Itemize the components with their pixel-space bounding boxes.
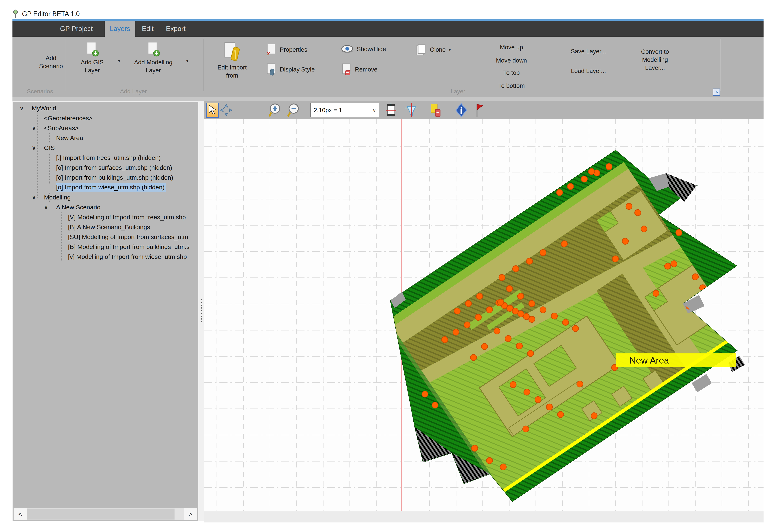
tab-gp-project[interactable]: GP Project [53, 21, 100, 37]
zoom-out-button[interactable] [287, 103, 300, 118]
zoom-in-button[interactable] [268, 103, 281, 118]
info-diamond-icon [455, 103, 468, 117]
tab-edit[interactable]: Edit [139, 21, 157, 37]
show-hide-button[interactable]: Show/Hide [341, 44, 386, 55]
select-tool-button[interactable] [206, 103, 219, 118]
tree-dot [540, 307, 546, 313]
tree-dot [540, 249, 546, 256]
to-top-button[interactable]: To top [503, 69, 520, 76]
tree-dot [453, 329, 459, 335]
tree-item[interactable]: [o] Import from surfaces_utm.shp (hidden… [13, 163, 197, 172]
tree-item[interactable]: [.] Import from trees_utm.shp (hidden) [13, 153, 197, 162]
display-style-button[interactable]: Display Style [265, 63, 315, 75]
add-modelling-dropdown-caret[interactable]: ▾ [186, 58, 188, 63]
info-diamond-button[interactable] [455, 103, 468, 118]
tree-dot [464, 322, 470, 328]
tree-expander-icon[interactable]: ∨ [32, 125, 36, 131]
edit-import-from-button[interactable]: Edit Import from [210, 42, 254, 79]
add-scenario-button[interactable]: Add Scenario [26, 54, 76, 70]
canvas-toolbar: 2.10px = 1 ∨ [204, 101, 764, 119]
chevron-down-icon: ∨ [373, 107, 379, 113]
clone-button[interactable]: Clone ▾ [415, 44, 451, 56]
tree-item-label: [o] Import from surfaces_utm.shp (hidden… [56, 164, 172, 171]
tree-item[interactable]: <Georeferences> [13, 114, 197, 123]
save-layer-button[interactable]: Save Layer... [571, 48, 606, 55]
group-label-add-layer: Add Layer [110, 88, 157, 95]
clone-dropdown-caret[interactable]: ▾ [448, 47, 451, 52]
tree-dot [454, 308, 460, 314]
panel-splitter[interactable] [199, 101, 204, 521]
remove-icon [341, 63, 352, 75]
map-canvas[interactable]: New Area [204, 119, 764, 511]
tree-dot [476, 293, 483, 299]
grid-crosshair-button[interactable] [385, 103, 397, 118]
scroll-left-button[interactable]: < [14, 508, 27, 520]
tree-item[interactable]: ∨MyWorld [13, 104, 197, 113]
zoom-out-icon [287, 103, 300, 117]
tree-item[interactable]: [B] A New Scenario_Buildings [13, 222, 197, 231]
properties-button[interactable]: x Properties [265, 44, 307, 56]
tree-dot [546, 404, 553, 410]
tree-dot [561, 241, 567, 247]
dialog-launcher-icon[interactable]: ↘ [713, 88, 720, 96]
center-crosshair-button[interactable] [405, 103, 418, 118]
tree-item[interactable]: [o] Import from buildings_utm.shp (hidde… [13, 173, 197, 182]
tree-item[interactable]: [o] Import from wiese_utm.shp (hidden) [13, 183, 197, 192]
zoom-scale-combobox[interactable]: 2.10px = 1 ∨ [310, 103, 379, 117]
tree-item[interactable]: New Area [13, 133, 197, 143]
tree-guide [49, 193, 50, 202]
tree-dot [498, 299, 504, 306]
tree-dot [572, 325, 579, 332]
tree-expander-icon[interactable]: ∨ [44, 204, 48, 210]
app-pin-icon [12, 9, 19, 18]
tree-dot [475, 314, 481, 321]
tab-layers[interactable]: Layers [105, 21, 135, 37]
add-gis-layer-button[interactable]: Add GIS Layer [73, 42, 112, 74]
add-modelling-layer-button[interactable]: Add Modelling Layer [126, 42, 181, 74]
zoom-in-icon [268, 103, 281, 117]
tree-dot [588, 168, 595, 175]
tree-item[interactable]: [B] Modelling of Import from buildings_u… [13, 242, 197, 251]
tab-export[interactable]: Export [162, 21, 189, 37]
tree-item[interactable]: ∨GIS [13, 143, 197, 152]
pan-tool-button[interactable] [220, 103, 233, 118]
tree-expander-icon[interactable]: ∨ [32, 194, 36, 201]
tree-item[interactable]: [SU] Modelling of Import from surfaces_u… [13, 232, 197, 241]
convert-to-modelling-layer-button[interactable]: Convert to Modelling Layer... [634, 48, 676, 72]
move-up-button[interactable]: Move up [500, 44, 523, 51]
to-bottom-button[interactable]: To bottom [498, 82, 525, 89]
tree-dot [529, 316, 535, 323]
display-style-icon [265, 63, 277, 75]
move-down-button[interactable]: Move down [496, 57, 527, 64]
canvas-bottom-scrollbar[interactable] [204, 511, 764, 522]
flag-button[interactable] [474, 103, 484, 118]
add-gis-dropdown-caret[interactable]: ▾ [118, 58, 120, 63]
tree-item[interactable]: [V] Modelling of Import from trees_utm.s… [13, 212, 197, 222]
ribbon-bottom-strip [12, 97, 764, 101]
tree-item[interactable]: ∨Modelling [13, 193, 197, 202]
tree-expander-icon[interactable]: ∨ [32, 145, 36, 151]
tree-item[interactable]: ∨<SubAreas> [13, 123, 197, 133]
subarea-pages-button[interactable] [429, 103, 442, 118]
load-layer-button[interactable]: Load Layer... [571, 67, 606, 74]
remove-button[interactable]: Remove [341, 63, 377, 75]
tree-dot [700, 285, 706, 291]
tree-item-label: [B] A New Scenario_Buildings [68, 223, 150, 231]
flag-icon [475, 103, 484, 117]
tree-guide [61, 212, 62, 261]
tree-horizontal-scrollbar[interactable]: < > [14, 508, 197, 520]
splitter-grip-dot [201, 302, 202, 303]
tree-guide [37, 113, 38, 198]
scroll-right-button[interactable]: > [184, 508, 197, 520]
group-separator [720, 39, 721, 91]
group-separator [203, 39, 204, 91]
grid-crosshair-icon [386, 103, 396, 117]
tree-dot [500, 464, 506, 470]
tree-expander-icon[interactable]: ∨ [20, 105, 24, 112]
tree-dot [622, 238, 628, 244]
scrollbar-thumb[interactable] [27, 509, 175, 520]
tree-dot [653, 290, 659, 297]
tree-item[interactable]: ∨A New Scenario [13, 203, 197, 212]
edit-import-icon [221, 42, 243, 62]
tree-item[interactable]: [v] Modelling of Import from wiese_utm.s… [13, 252, 197, 261]
